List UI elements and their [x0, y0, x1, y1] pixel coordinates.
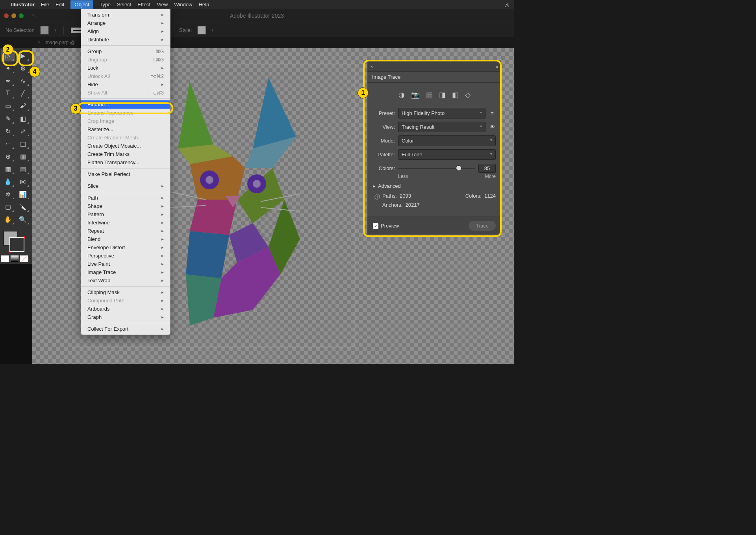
style-swatch[interactable]: [197, 26, 206, 35]
menu-item-transform[interactable]: Transform: [81, 11, 170, 19]
menu-item-clipping-mask[interactable]: Clipping Mask: [81, 288, 170, 296]
menu-select[interactable]: Select: [117, 2, 131, 7]
low-color-icon[interactable]: ▦: [426, 91, 433, 99]
menu-item-path[interactable]: Path: [81, 194, 170, 202]
preview-checkbox[interactable]: ✓Preview: [373, 223, 399, 229]
close-window-icon[interactable]: [4, 13, 9, 18]
menu-item-lock[interactable]: Lock: [81, 64, 170, 72]
scale-tool[interactable]: ⤢: [16, 125, 30, 137]
menu-item-intertwine[interactable]: Intertwine: [81, 218, 170, 227]
colors-slider[interactable]: [398, 168, 475, 169]
object-menu-dropdown[interactable]: TransformArrangeAlignDistributeGroup⌘GUn…: [81, 9, 170, 335]
panel-close-icon[interactable]: ×: [371, 64, 373, 69]
palette-select[interactable]: Full Tone▾: [398, 149, 496, 160]
chevron-down-icon[interactable]: ▾: [211, 28, 213, 32]
preset-menu-icon[interactable]: ≡: [489, 110, 496, 116]
zoom-tool[interactable]: 🔍: [16, 213, 30, 225]
menu-item-flatten-transparency-[interactable]: Flatten Transparency...: [81, 158, 170, 167]
tab-close-icon[interactable]: ×: [38, 40, 41, 45]
panel-tab-image-trace[interactable]: Image Trace: [367, 72, 405, 82]
preset-select[interactable]: High Fidelity Photo▾: [398, 108, 485, 118]
menu-item-make-pixel-perfect[interactable]: Make Pixel Perfect: [81, 170, 170, 178]
camera-icon[interactable]: 📷: [411, 91, 420, 99]
eraser-tool[interactable]: ◧: [16, 113, 30, 124]
gradient-tool[interactable]: ▤: [16, 163, 30, 175]
width-tool[interactable]: ↔: [1, 138, 15, 150]
curvature-tool[interactable]: ∿: [16, 75, 30, 87]
maximize-window-icon[interactable]: [19, 13, 24, 18]
menu-item-arrange[interactable]: Arrange: [81, 19, 170, 27]
home-icon[interactable]: ⌂: [32, 12, 36, 20]
menu-file[interactable]: File: [41, 2, 49, 7]
menu-help[interactable]: Help: [198, 2, 209, 7]
slice-tool[interactable]: 🔪: [16, 201, 30, 213]
menu-item-artboards[interactable]: Artboards: [81, 305, 170, 313]
menu-item-graph[interactable]: Graph: [81, 313, 170, 321]
colors-value-input[interactable]: 85: [478, 164, 496, 173]
menu-item-distribute[interactable]: Distribute: [81, 35, 170, 44]
menu-item-collect-for-export[interactable]: Collect For Export: [81, 325, 170, 333]
menu-item-expand-[interactable]: Expand...: [81, 100, 170, 109]
paintbrush-tool[interactable]: 🖌: [16, 100, 30, 112]
menu-type[interactable]: Type: [100, 2, 111, 7]
outline-icon[interactable]: ◇: [465, 91, 471, 99]
menu-item-create-object-mosaic-[interactable]: Create Object Mosaic...: [81, 142, 170, 150]
rotate-tool[interactable]: ↻: [1, 125, 15, 137]
artboard-tool[interactable]: ▢: [1, 201, 15, 213]
trace-button[interactable]: Trace: [469, 221, 496, 231]
menu-item-perspective[interactable]: Perspective: [81, 252, 170, 260]
lasso-tool[interactable]: ⊗: [16, 62, 30, 74]
fill-stroke-swatch[interactable]: [1, 229, 29, 253]
symbol-sprayer-tool[interactable]: ✲: [1, 188, 15, 200]
type-tool[interactable]: T: [1, 87, 15, 99]
menu-item-image-trace[interactable]: Image Trace: [81, 268, 170, 276]
app-name[interactable]: Illustrator: [11, 2, 35, 7]
pen-tool[interactable]: ✒: [1, 75, 15, 87]
graph-tool[interactable]: 📊: [16, 188, 30, 200]
free-transform-tool[interactable]: ◫: [16, 138, 30, 150]
menu-item-live-paint[interactable]: Live Paint: [81, 260, 170, 268]
color-mode-row[interactable]: [1, 255, 29, 262]
tab-name[interactable]: Image.png* @: [44, 40, 75, 45]
grayscale-icon[interactable]: ◨: [439, 91, 446, 99]
menu-item-rasterize-[interactable]: Rasterize...: [81, 125, 170, 133]
auto-color-icon[interactable]: ◑: [398, 91, 405, 99]
menu-item-pattern[interactable]: Pattern: [81, 210, 170, 218]
menu-item-create-trim-marks[interactable]: Create Trim Marks: [81, 150, 170, 158]
menu-object[interactable]: Object: [70, 0, 93, 9]
mode-select[interactable]: Color▾: [398, 135, 496, 146]
menu-item-hide[interactable]: Hide: [81, 80, 170, 89]
menu-edit[interactable]: Edit: [56, 2, 64, 7]
menu-item-group[interactable]: Group⌘G: [81, 47, 170, 56]
menu-item-text-wrap[interactable]: Text Wrap: [81, 276, 170, 285]
view-select[interactable]: Tracing Result▾: [398, 122, 485, 132]
perspective-tool[interactable]: ▥: [16, 150, 30, 162]
chevron-down-icon[interactable]: ▾: [54, 28, 56, 32]
minimize-window-icon[interactable]: [11, 13, 16, 18]
menu-item-align[interactable]: Align: [81, 27, 170, 35]
creative-cloud-icon[interactable]: ◬: [505, 2, 509, 7]
shape-builder-tool[interactable]: ⊕: [1, 150, 15, 162]
line-tool[interactable]: ╱: [16, 87, 30, 99]
menu-item-repeat[interactable]: Repeat: [81, 227, 170, 235]
direct-selection-tool[interactable]: ▶: [16, 50, 30, 61]
rectangle-tool[interactable]: ▭: [1, 100, 15, 112]
menu-item-shape[interactable]: Shape: [81, 202, 170, 210]
black-white-icon[interactable]: ◧: [452, 91, 459, 99]
menu-item-blend[interactable]: Blend: [81, 235, 170, 243]
eyedropper-tool[interactable]: 💧: [1, 176, 15, 187]
menu-effect[interactable]: Effect: [137, 2, 150, 7]
advanced-toggle[interactable]: ▸ Advanced: [373, 183, 496, 189]
fill-swatch[interactable]: [40, 26, 49, 35]
hand-tool[interactable]: ✋: [1, 213, 15, 225]
menu-item-envelope-distort[interactable]: Envelope Distort: [81, 243, 170, 252]
shaper-tool[interactable]: ✎: [1, 113, 15, 124]
image-trace-panel[interactable]: × « Image Trace ◑ 📷 ▦ ◨ ◧ ◇ Preset: High…: [367, 61, 501, 235]
mesh-tool[interactable]: ▦: [1, 163, 15, 175]
menu-item-slice[interactable]: Slice: [81, 182, 170, 190]
eye-icon[interactable]: 👁: [489, 124, 496, 130]
chevron-right-icon[interactable]: ›: [172, 28, 173, 32]
magic-wand-tool[interactable]: ✦: [1, 62, 15, 74]
panel-collapse-icon[interactable]: «: [496, 64, 498, 69]
menu-view[interactable]: View: [157, 2, 168, 7]
